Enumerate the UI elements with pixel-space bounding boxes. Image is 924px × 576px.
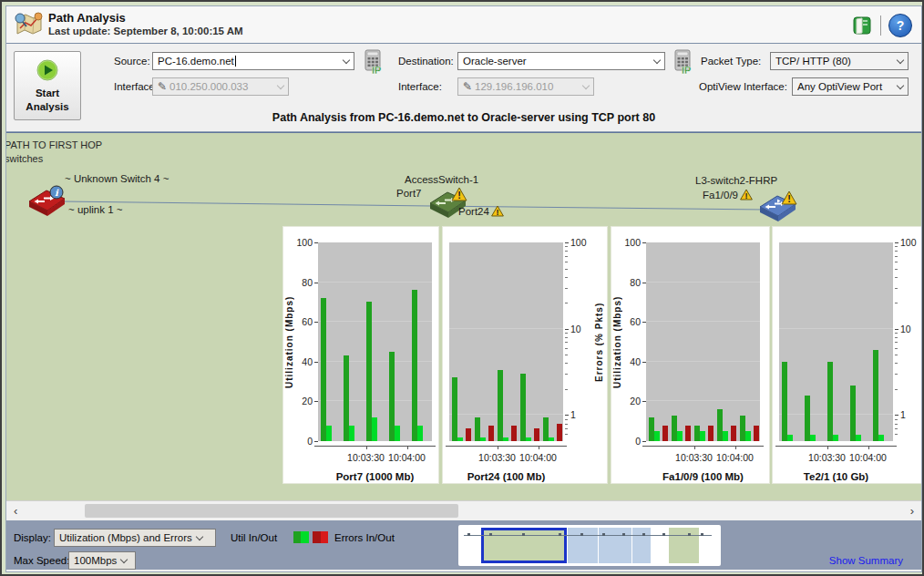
y-axis-tickmark (314, 242, 318, 243)
bar-util-out (878, 435, 884, 441)
y-axis-minor-tick (565, 337, 568, 338)
y-axis-minor-tick (565, 333, 568, 334)
chevron-down-icon[interactable] (117, 552, 131, 569)
port-label-fa109[interactable]: Fa1/0/9 ! (703, 189, 753, 201)
chevron-down-icon[interactable] (650, 53, 664, 69)
source-label: Source: (114, 56, 150, 67)
y-axis-minor-tick (895, 363, 898, 364)
y-axis-tickmark (642, 322, 646, 323)
bar-util-out (395, 426, 400, 441)
y-axis-title: Errors (% Pkts) (594, 242, 604, 441)
minimap-node-dot (522, 533, 525, 536)
start-analysis-label: Start Analysis (15, 87, 80, 113)
y-axis-tick: 20 (630, 396, 641, 406)
y-axis-tickmark (314, 322, 318, 323)
y-axis-minor-tick (565, 389, 568, 390)
x-axis-tickmark (868, 446, 869, 449)
port-label-port24[interactable]: Port24 ! (458, 205, 504, 217)
minimap-node-dot (642, 533, 645, 536)
y-axis-tick: 40 (302, 356, 313, 367)
overview-minimap[interactable] (458, 525, 721, 566)
source-combobox[interactable]: PC-16.demo.net (152, 52, 354, 70)
max-speed-combobox[interactable]: 100Mbps (68, 551, 136, 570)
minimap-node-dot (580, 533, 583, 536)
y-axis-tick: 60 (630, 316, 641, 327)
chevron-down-icon (579, 78, 593, 95)
start-analysis-button[interactable]: Start Analysis (14, 51, 81, 120)
y-axis-tickmark (642, 362, 646, 363)
destination-interface-value: 129.196.196.010 (475, 81, 579, 92)
show-summary-link[interactable]: Show Summary (829, 555, 903, 566)
bar-util-out (856, 435, 861, 441)
bar-util-out (457, 437, 463, 441)
scroll-right-arrow[interactable]: › (910, 504, 914, 518)
source-ip-picker-icon[interactable]: IP (362, 49, 385, 75)
destination-combobox[interactable]: Oracle-server (457, 52, 665, 70)
gridline (646, 361, 760, 362)
chevron-down-icon[interactable] (893, 53, 908, 69)
chart-plot (779, 242, 893, 441)
y-axis-tickmark (642, 441, 646, 442)
y-axis-minor-tick (895, 374, 898, 375)
y-axis-tickmark (642, 283, 646, 283)
optiview-interface-combobox[interactable]: Any OptiView Port (792, 77, 909, 96)
bar-util-in (805, 396, 810, 441)
gridline (318, 282, 432, 283)
y-axis-minor-tick (895, 337, 898, 338)
warning-icon: ! (491, 205, 504, 217)
bar-errors (708, 426, 714, 441)
node-sublabel-uplink[interactable]: ~ uplink 1 ~ (68, 204, 122, 215)
chevron-down-icon[interactable] (893, 78, 908, 95)
chart-title: Port24 (100 Mb) (449, 471, 563, 482)
bar-util-out (417, 426, 423, 441)
y-axis-minor-tick (895, 428, 898, 429)
path-canvas: PATH TO FIRST HOP switches ~ Unknown Swi… (6, 132, 921, 501)
util-legend-label: Util In/Out (231, 532, 277, 543)
y-axis-minor-tick (895, 424, 898, 425)
minimap-segment (632, 528, 651, 563)
y-axis-tick: 1 (900, 409, 906, 420)
bar-util-out (372, 417, 377, 441)
horizontal-scrollbar[interactable]: ‹ › (6, 500, 921, 521)
y-axis-minor-tick (565, 277, 568, 278)
path-analysis-icon (14, 10, 45, 39)
y-axis-minor-tick (565, 262, 568, 262)
node-label-accessswitch[interactable]: AccessSwitch-1 (405, 174, 478, 185)
x-axis-label: 10:03:30 (347, 452, 385, 463)
minimap-path-line (464, 535, 712, 536)
bar-util-out (810, 435, 816, 441)
bar-errors (488, 426, 494, 441)
chevron-down-icon (273, 78, 288, 95)
red-switch-icon[interactable]: i (26, 184, 68, 222)
x-axis-label: 10:03:30 (808, 452, 846, 463)
chevron-down-icon[interactable] (339, 53, 354, 69)
help-icon[interactable]: ? (888, 14, 912, 37)
y-axis-minor-tick (565, 428, 568, 429)
blue-switch-icon[interactable]: ! (757, 190, 799, 228)
scroll-left-arrow[interactable]: ‹ (14, 504, 17, 518)
node-label-l3-switch[interactable]: L3-switch2-FHRP (695, 175, 777, 186)
errors-legend-swatch (313, 531, 328, 543)
bar-util-out (833, 435, 838, 441)
minimap-node-dot (622, 533, 625, 536)
x-axis-line (642, 446, 764, 447)
report-icon[interactable] (851, 15, 873, 36)
svg-text:!: ! (457, 190, 461, 201)
destination-ip-picker-icon[interactable]: IP (672, 49, 695, 75)
svg-text:!: ! (745, 191, 748, 201)
node-label-unknown-switch[interactable]: ~ Unknown Switch 4 ~ (65, 173, 169, 184)
scrollbar-thumb[interactable] (85, 504, 458, 518)
port-label-port7[interactable]: Port7 (396, 188, 422, 199)
display-combobox[interactable]: Utilization (Mbps) and Errors (54, 529, 216, 547)
y-axis-tickmark (314, 283, 318, 283)
bar-util-out (787, 435, 793, 441)
bar-errors (731, 426, 736, 441)
y-axis-tick: 60 (302, 316, 313, 327)
packet-type-combobox[interactable]: TCP/ HTTP (80) (770, 52, 909, 70)
y-axis-minor-tick (895, 389, 898, 390)
y-axis-minor-tick (565, 342, 568, 343)
gridline (779, 328, 893, 329)
chevron-down-icon[interactable] (192, 530, 207, 546)
x-axis-label: 10:03:30 (675, 452, 713, 463)
svg-text:!: ! (496, 208, 498, 217)
